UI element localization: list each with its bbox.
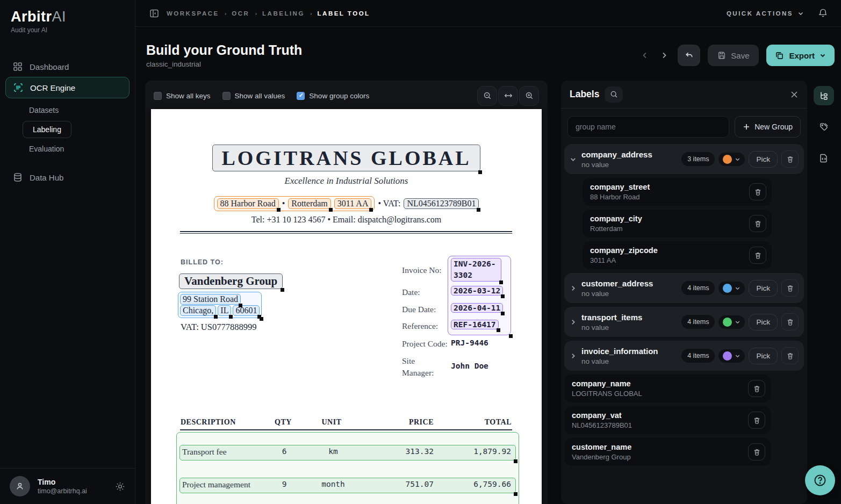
next-document-button[interactable]: [658, 49, 670, 61]
prev-document-button[interactable]: [639, 49, 651, 61]
customer-name-annotation[interactable]: Vandenberg Group: [179, 273, 283, 289]
label-row-company-name[interactable]: company_name LOGITRANS GLOBAL: [564, 375, 771, 402]
document-tool-button[interactable]: [814, 148, 834, 168]
new-group-button[interactable]: New Group: [735, 116, 801, 138]
resize-handle[interactable]: [509, 334, 513, 338]
group-color-picker[interactable]: [718, 153, 745, 166]
delete-label-button[interactable]: [749, 183, 766, 200]
company-address-group-annotation[interactable]: 88 Harbor Road • Rotterdam 3011 AA: [214, 196, 375, 211]
resize-handle[interactable]: [478, 170, 482, 174]
close-panel-button[interactable]: [790, 90, 799, 99]
due-date-annotation[interactable]: 2026-04-11: [451, 303, 503, 313]
resize-handle[interactable]: [499, 280, 503, 284]
gear-icon[interactable]: [115, 481, 125, 492]
delete-group-button[interactable]: [781, 313, 799, 330]
pick-button[interactable]: Pick: [749, 348, 778, 364]
search-labels-button[interactable]: [605, 87, 623, 103]
label-row-company-vat[interactable]: company_vat NL0456123789B01: [564, 406, 771, 434]
label-row-company-zipcode[interactable]: company_zipcode 3011 AA: [583, 241, 772, 269]
customer-city-annotation[interactable]: Chicago,: [180, 305, 216, 316]
table-row-annotation[interactable]: Transport fee 6 km 313.32 1,879.92: [179, 445, 516, 460]
reference-annotation[interactable]: REF-16417: [451, 320, 499, 329]
breadcrumb-labeling[interactable]: LABELING: [262, 10, 305, 17]
pick-button[interactable]: Pick: [749, 151, 778, 168]
tags-tool-button[interactable]: [814, 117, 834, 136]
transport-items-group-annotation[interactable]: Transport fee 6 km 313.32 1,879.92 Proje…: [176, 432, 519, 504]
company-zipcode-annotation[interactable]: 3011 AA: [334, 198, 372, 209]
invoice-no-annotation[interactable]: INV-2026-3302: [451, 258, 501, 282]
invoice-document[interactable]: LOGITRANS GLOBAL Excellence in Industria…: [151, 109, 542, 504]
user-section[interactable]: Timo timo@arbitrhq.ai: [0, 468, 135, 504]
checkbox-show-all-keys[interactable]: [154, 92, 162, 100]
notifications-bell-icon[interactable]: [818, 8, 828, 18]
resize-handle[interactable]: [501, 312, 505, 315]
pick-button[interactable]: Pick: [749, 314, 778, 330]
sidebar-toggle-icon[interactable]: [148, 8, 160, 19]
label-row-company-city[interactable]: company_city Rotterdam: [583, 210, 772, 237]
resize-handle[interactable]: [229, 315, 233, 319]
zoom-out-button[interactable]: [477, 86, 497, 106]
delete-group-button[interactable]: [781, 150, 799, 168]
group-row-company-address[interactable]: company_address no value 3 items Pick: [564, 144, 804, 174]
company-name-annotation[interactable]: LOGITRANS GLOBAL: [212, 145, 480, 171]
sidebar-item-labeling[interactable]: Labeling: [23, 121, 71, 138]
pick-button[interactable]: Pick: [749, 280, 778, 297]
group-color-picker[interactable]: [718, 282, 745, 295]
chevron-right-icon[interactable]: [570, 319, 581, 326]
label-tree-tool-button[interactable]: [814, 86, 834, 105]
customer-street-annotation[interactable]: 99 Station Road: [180, 294, 241, 305]
delete-label-button[interactable]: [749, 215, 766, 232]
show-all-keys-toggle[interactable]: Show all keys: [154, 92, 211, 100]
resize-handle[interactable]: [329, 208, 333, 212]
customer-address-group-annotation[interactable]: 99 Station Road Chicago, IL 60601: [178, 292, 262, 318]
resize-handle[interactable]: [260, 317, 263, 321]
fit-width-button[interactable]: [498, 86, 518, 106]
resize-handle[interactable]: [514, 459, 517, 463]
delete-group-button[interactable]: [781, 279, 799, 297]
invoice-date-annotation[interactable]: 2026-03-12: [451, 286, 503, 296]
resize-handle[interactable]: [497, 328, 500, 332]
chevron-down-icon[interactable]: [570, 156, 581, 163]
company-city-annotation[interactable]: Rotterdam: [288, 198, 331, 209]
company-vat-annotation[interactable]: NL0456123789B01: [404, 198, 479, 209]
resize-handle[interactable]: [369, 208, 373, 212]
quick-actions-menu[interactable]: QUICK ACTIONS: [727, 10, 804, 17]
label-row-company-street[interactable]: company_street 88 Harbor Road: [583, 178, 772, 206]
group-row-invoice-information[interactable]: invoice_information no value 4 items Pic…: [564, 341, 804, 371]
save-button[interactable]: Save: [708, 45, 759, 66]
breadcrumb-ocr[interactable]: OCR: [232, 10, 249, 17]
resize-handle[interactable]: [214, 315, 218, 319]
chevron-right-icon[interactable]: [570, 285, 581, 292]
group-name-input[interactable]: [567, 116, 729, 138]
sidebar-item-dashboard[interactable]: Dashboard: [5, 56, 130, 77]
label-row-customer-name[interactable]: customer_name Vandenberg Group: [564, 438, 771, 466]
checkbox-show-all-values[interactable]: [222, 92, 231, 100]
group-row-customer-address[interactable]: customer_address no value 4 items Pick: [564, 273, 804, 303]
group-color-picker[interactable]: [718, 349, 745, 363]
help-button[interactable]: [805, 465, 835, 495]
show-all-values-toggle[interactable]: Show all values: [222, 92, 285, 100]
resize-handle[interactable]: [277, 208, 281, 212]
resize-handle[interactable]: [477, 208, 480, 212]
delete-group-button[interactable]: [781, 347, 799, 364]
table-row-annotation[interactable]: Project management 9 month 751.07 6,759.…: [179, 478, 516, 493]
delete-label-button[interactable]: [748, 443, 765, 460]
resize-handle[interactable]: [281, 288, 284, 292]
company-street-annotation[interactable]: 88 Harbor Road: [217, 198, 279, 209]
customer-state-annotation[interactable]: IL: [218, 305, 231, 316]
delete-label-button[interactable]: [749, 247, 766, 264]
resize-handle[interactable]: [239, 304, 242, 307]
group-row-transport-items[interactable]: transport_items no value 4 items Pick: [564, 307, 804, 337]
group-color-picker[interactable]: [718, 315, 745, 329]
sidebar-item-datasets[interactable]: Datasets: [23, 102, 130, 119]
zoom-in-button[interactable]: [519, 86, 539, 106]
resize-handle[interactable]: [514, 492, 517, 496]
export-button[interactable]: Export: [766, 45, 835, 66]
sidebar-item-ocr-engine[interactable]: OCR Engine: [5, 77, 130, 98]
show-group-colors-toggle[interactable]: Show group colors: [297, 92, 369, 100]
resize-handle[interactable]: [501, 294, 505, 298]
sidebar-item-data-hub[interactable]: Data Hub: [5, 167, 130, 188]
chevron-right-icon[interactable]: [570, 352, 581, 359]
checkbox-show-group-colors[interactable]: [297, 92, 305, 100]
breadcrumb-workspace[interactable]: WORKSPACE: [167, 10, 219, 17]
